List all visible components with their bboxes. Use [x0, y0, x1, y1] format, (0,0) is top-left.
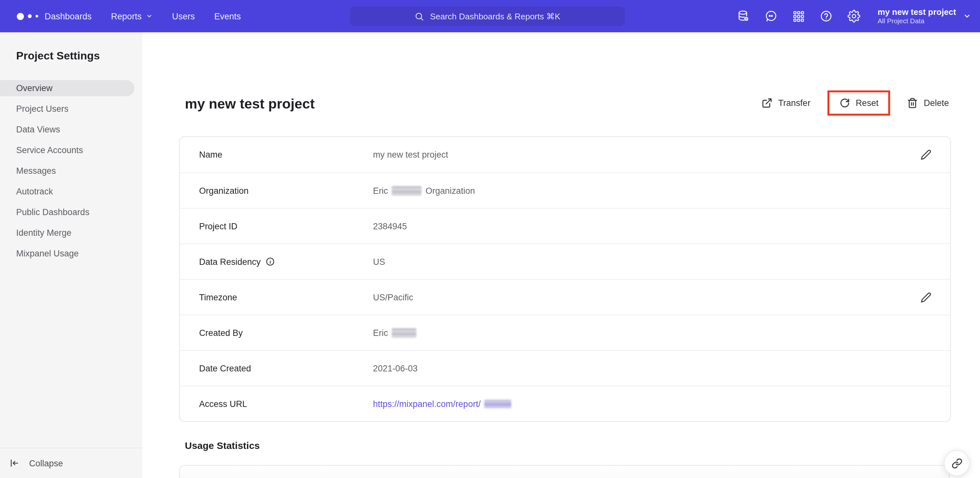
redacted-text — [484, 400, 511, 408]
refresh-icon — [839, 97, 850, 108]
access-url-link[interactable]: https://mixpanel.com/report/ — [373, 399, 511, 408]
edit-name-icon[interactable] — [921, 149, 932, 160]
chevron-down-icon — [963, 12, 971, 20]
sidebar-item-public-dashboards[interactable]: Public Dashboards — [0, 204, 134, 220]
help-icon[interactable] — [819, 10, 832, 22]
detail-value: Eric — [373, 328, 417, 338]
nav-reports[interactable]: Reports — [111, 11, 153, 21]
detail-row-timezone: Timezone US/Pacific — [180, 279, 950, 314]
detail-row-created-by: Created By Eric — [180, 314, 950, 350]
detail-label: Date Created — [199, 363, 373, 373]
detail-value: US/Pacific — [373, 292, 414, 302]
mixpanel-project-settings-page: Dashboards Reports Users Events Search D… — [0, 0, 980, 478]
sidebar-item-service-accounts[interactable]: Service Accounts — [0, 142, 134, 158]
chevron-down-icon — [146, 13, 153, 19]
detail-row-date-created: Date Created 2021-06-03 — [180, 350, 950, 386]
nav-users[interactable]: Users — [172, 11, 195, 21]
info-icon[interactable] — [266, 257, 275, 266]
redacted-text — [392, 328, 417, 338]
top-nav-bar: Dashboards Reports Users Events Search D… — [0, 0, 980, 32]
sidebar-title: Project Settings — [16, 50, 100, 63]
project-details-card: Name my new test project Organization Er… — [179, 136, 951, 422]
delete-button[interactable]: Delete — [907, 97, 949, 108]
settings-sidebar: Project Settings Overview Project Users … — [0, 32, 142, 478]
current-project-scope: All Project Data — [878, 17, 956, 25]
sidebar-item-overview[interactable]: Overview — [0, 80, 134, 96]
section-heading-usage-statistics: Usage Statistics — [185, 440, 260, 451]
collapse-label: Collapse — [29, 458, 63, 468]
sidebar-item-autotrack[interactable]: Autotrack — [0, 183, 134, 200]
search-input[interactable]: Search Dashboards & Reports ⌘K — [350, 6, 625, 26]
project-switcher[interactable]: my new test project All Project Data — [878, 7, 971, 25]
collapse-icon — [9, 458, 19, 468]
sidebar-item-messages[interactable]: Messages — [0, 163, 134, 179]
detail-label: Timezone — [199, 292, 373, 302]
project-actions: Transfer Reset Del — [762, 88, 949, 118]
sidebar-item-project-users[interactable]: Project Users — [0, 101, 134, 117]
copy-link-button[interactable] — [944, 450, 970, 476]
main-content: my new test project Transfer — [142, 32, 980, 478]
sidebar-item-identity-merge[interactable]: Identity Merge — [0, 225, 134, 241]
detail-label: Organization — [199, 186, 373, 195]
redacted-text — [392, 186, 422, 195]
edit-timezone-icon[interactable] — [921, 292, 932, 303]
detail-label: Created By — [199, 328, 373, 338]
data-management-icon[interactable] — [737, 10, 749, 22]
external-link-icon — [762, 97, 773, 108]
sidebar-nav-list: Overview Project Users Data Views Servic… — [0, 80, 134, 266]
search-placeholder: Search Dashboards & Reports ⌘K — [430, 11, 560, 21]
search-icon — [414, 11, 424, 21]
detail-value: 2021-06-03 — [373, 363, 418, 373]
link-icon — [951, 457, 962, 468]
page-title: my new test project — [185, 96, 315, 113]
sidebar-item-data-views[interactable]: Data Views — [0, 121, 134, 138]
detail-row-name: Name my new test project — [180, 137, 950, 173]
detail-label: Name — [199, 150, 373, 160]
detail-row-organization: Organization Eric Organization — [180, 173, 950, 208]
settings-gear-icon[interactable] — [847, 10, 860, 22]
annotation-highlight-box: Reset — [827, 90, 890, 115]
current-project-name: my new test project — [878, 7, 956, 17]
trash-icon — [907, 97, 918, 108]
detail-value: my new test project — [373, 150, 448, 160]
feedback-messages-icon[interactable] — [764, 10, 777, 22]
detail-value: US — [373, 257, 385, 267]
detail-value: Eric Organization — [373, 186, 475, 195]
sidebar-item-mixpanel-usage[interactable]: Mixpanel Usage — [0, 245, 134, 262]
transfer-button[interactable]: Transfer — [762, 97, 811, 108]
detail-value: 2384945 — [373, 221, 407, 231]
detail-row-project-id: Project ID 2384945 — [180, 208, 950, 243]
detail-row-data-residency: Data Residency US — [180, 243, 950, 279]
reset-button[interactable]: Reset — [839, 97, 878, 108]
detail-label: Access URL — [199, 399, 373, 408]
detail-row-access-url: Access URL https://mixpanel.com/report/ — [180, 386, 950, 421]
sidebar-collapse-button[interactable]: Collapse — [0, 448, 142, 478]
detail-label: Project ID — [199, 221, 373, 231]
primary-nav: Dashboards Reports Users Events — [45, 0, 241, 32]
apps-grid-icon[interactable] — [792, 10, 805, 22]
mixpanel-logo-icon[interactable] — [17, 0, 38, 32]
nav-dashboards[interactable]: Dashboards — [45, 11, 92, 21]
nav-events[interactable]: Events — [214, 11, 241, 21]
usage-statistics-card — [179, 465, 950, 478]
top-right-controls: my new test project All Project Data — [737, 0, 971, 32]
detail-label: Data Residency — [199, 257, 261, 267]
